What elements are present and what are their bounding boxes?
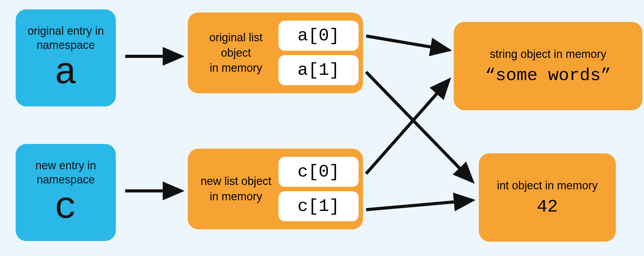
namespace-entry-c: new entry in namespace c — [16, 144, 116, 241]
list-a-cell-0: a[0] — [279, 21, 359, 51]
namespace-entry-c-var: c — [54, 189, 77, 227]
value-int-value: 42 — [537, 197, 558, 217]
arrow-c1-to-int — [366, 200, 473, 210]
namespace-entry-c-label: new entry in namespace — [16, 158, 116, 187]
namespace-entry-a: original entry in namespace a — [16, 9, 116, 106]
value-int-label: int object in memory — [497, 178, 598, 192]
list-c-cell-0: c[0] — [279, 157, 359, 187]
list-object-a: original list objectin memory a[0] a[1] — [188, 13, 363, 93]
list-object-c-label: new list objectin memory — [188, 174, 279, 204]
value-string-label: string object in memory — [490, 47, 606, 61]
list-c-cell-1: c[1] — [279, 191, 359, 221]
list-object-c-cells: c[0] c[1] — [279, 157, 359, 221]
list-object-a-cells: a[0] a[1] — [279, 21, 359, 85]
list-object-c: new list objectin memory c[0] c[1] — [188, 149, 363, 229]
list-a-cell-1: a[1] — [279, 55, 359, 85]
list-object-a-label: original list objectin memory — [188, 30, 279, 76]
namespace-entry-a-var: a — [54, 54, 77, 92]
namespace-entry-a-label: original entry in namespace — [16, 24, 116, 52]
value-string-value: “some words” — [485, 65, 611, 85]
value-int-object: int object in memory 42 — [479, 153, 616, 242]
arrow-a0-to-string — [366, 36, 449, 50]
value-string-object: string object in memory “some words” — [454, 22, 642, 110]
arrow-c0-to-string — [366, 80, 449, 174]
